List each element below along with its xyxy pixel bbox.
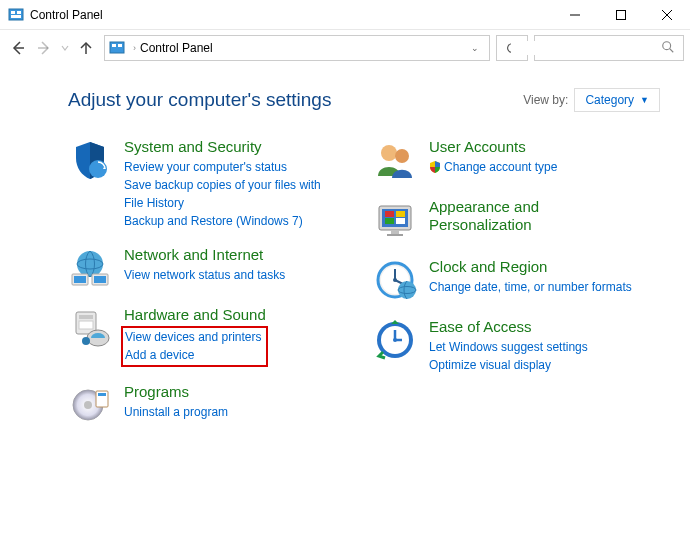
svg-point-17 (77, 251, 103, 277)
appearance-title[interactable]: Appearance and Personalization (429, 198, 589, 234)
svg-point-33 (381, 145, 397, 161)
up-button[interactable] (74, 36, 98, 60)
svg-rect-13 (118, 44, 122, 47)
svg-point-34 (395, 149, 409, 163)
svg-point-14 (663, 41, 671, 49)
programs-icon (68, 383, 112, 427)
page-title: Adjust your computer's settings (68, 89, 331, 111)
recent-locations-dropdown[interactable] (58, 36, 72, 60)
viewby-dropdown[interactable]: Category ▼ (574, 88, 660, 112)
link-suggest-settings[interactable]: Let Windows suggest settings (429, 338, 588, 356)
address-dropdown-icon[interactable]: ⌄ (471, 43, 485, 53)
header-row: Adjust your computer's settings View by:… (68, 88, 660, 112)
chevron-right-icon: › (133, 43, 136, 53)
category-appearance: Appearance and Personalization (373, 198, 660, 242)
category-columns: System and Security Review your computer… (68, 138, 660, 427)
appearance-icon (373, 198, 417, 242)
shield-icon (68, 138, 112, 182)
category-ease-of-access: Ease of Access Let Windows suggest setti… (373, 318, 660, 374)
svg-line-15 (670, 48, 674, 52)
svg-point-48 (398, 281, 416, 299)
navigation-bar: › Control Panel ⌄ (0, 30, 690, 66)
category-programs: Programs Uninstall a program (68, 383, 355, 427)
ease-of-access-title[interactable]: Ease of Access (429, 318, 588, 336)
link-file-history[interactable]: Save backup copies of your files with Fi… (124, 176, 324, 212)
svg-rect-2 (17, 11, 21, 14)
svg-rect-42 (387, 234, 403, 236)
link-change-account-type[interactable]: Change account type (429, 158, 557, 176)
viewby-label: View by: (523, 93, 568, 107)
clock-icon (373, 258, 417, 302)
svg-rect-40 (396, 218, 405, 224)
svg-rect-1 (11, 11, 15, 14)
address-bar[interactable]: › Control Panel ⌄ (104, 35, 490, 61)
svg-rect-39 (385, 218, 394, 224)
link-add-device[interactable]: Add a device (125, 346, 262, 364)
viewby-group: View by: Category ▼ (523, 88, 660, 112)
maximize-button[interactable] (598, 0, 644, 30)
svg-rect-0 (9, 9, 23, 20)
svg-point-54 (393, 338, 397, 342)
svg-point-47 (393, 278, 397, 282)
titlebar: Control Panel (0, 0, 690, 30)
breadcrumb-current[interactable]: Control Panel (140, 41, 213, 55)
svg-rect-11 (110, 42, 124, 53)
hardware-title[interactable]: Hardware and Sound (124, 306, 268, 324)
svg-rect-12 (112, 44, 116, 47)
highlight-box: View devices and printers Add a device (121, 326, 268, 367)
user-accounts-icon (373, 138, 417, 182)
control-panel-icon (8, 7, 24, 23)
window-title: Control Panel (30, 8, 103, 22)
category-clock-region: Clock and Region Change date, time, or n… (373, 258, 660, 302)
system-security-title[interactable]: System and Security (124, 138, 324, 156)
programs-title[interactable]: Programs (124, 383, 228, 401)
svg-rect-5 (617, 10, 626, 19)
svg-rect-41 (391, 230, 399, 234)
forward-button[interactable] (32, 36, 56, 60)
svg-rect-3 (11, 15, 21, 18)
hardware-icon (68, 306, 112, 350)
link-optimize-display[interactable]: Optimize visual display (429, 356, 588, 374)
search-input[interactable] (511, 41, 661, 55)
svg-rect-24 (79, 315, 93, 319)
address-icon (109, 40, 125, 56)
link-backup-restore[interactable]: Backup and Restore (Windows 7) (124, 212, 324, 230)
category-system-security: System and Security Review your computer… (68, 138, 355, 230)
user-accounts-title[interactable]: User Accounts (429, 138, 557, 156)
minimize-button[interactable] (552, 0, 598, 30)
right-column: User Accounts Change account type Appear… (373, 138, 660, 427)
category-user-accounts: User Accounts Change account type (373, 138, 660, 182)
caret-down-icon: ▼ (640, 95, 649, 105)
category-hardware: Hardware and Sound View devices and prin… (68, 306, 355, 367)
clock-region-title[interactable]: Clock and Region (429, 258, 632, 276)
svg-rect-20 (74, 276, 86, 283)
link-network-status[interactable]: View network status and tasks (124, 266, 285, 284)
search-icon (661, 40, 675, 57)
network-icon (68, 246, 112, 290)
link-uninstall[interactable]: Uninstall a program (124, 403, 228, 421)
left-column: System and Security Review your computer… (68, 138, 355, 427)
ease-of-access-icon (373, 318, 417, 362)
svg-point-27 (82, 337, 90, 345)
uac-shield-icon (429, 160, 441, 172)
svg-rect-37 (385, 211, 394, 217)
back-button[interactable] (6, 36, 30, 60)
viewby-value: Category (585, 93, 634, 107)
window-buttons (552, 0, 690, 30)
search-box[interactable] (534, 35, 684, 61)
link-change-date-time[interactable]: Change date, time, or number formats (429, 278, 632, 296)
link-review-status[interactable]: Review your computer's status (124, 158, 324, 176)
network-title[interactable]: Network and Internet (124, 246, 285, 264)
svg-rect-22 (94, 276, 106, 283)
content-area: Adjust your computer's settings View by:… (0, 66, 690, 457)
link-devices-printers[interactable]: View devices and printers (125, 328, 262, 346)
svg-rect-32 (98, 393, 106, 396)
svg-rect-38 (396, 211, 405, 217)
svg-rect-25 (79, 321, 93, 329)
close-button[interactable] (644, 0, 690, 30)
category-network: Network and Internet View network status… (68, 246, 355, 290)
svg-point-30 (84, 401, 92, 409)
